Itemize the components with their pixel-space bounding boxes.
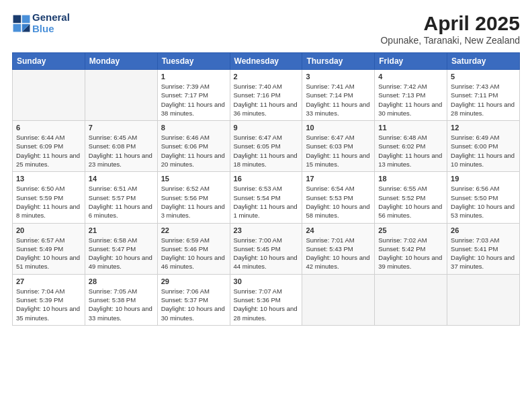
calendar-cell: 1Sunrise: 7:39 AM Sunset: 7:17 PM Daylig… xyxy=(157,70,230,121)
day-number: 19 xyxy=(451,175,516,183)
day-number: 21 xyxy=(89,226,154,234)
day-number: 5 xyxy=(451,73,516,81)
svg-rect-1 xyxy=(13,15,21,23)
calendar-cell: 18Sunrise: 6:55 AM Sunset: 5:52 PM Dayli… xyxy=(375,172,447,223)
calendar-cell: 15Sunrise: 6:52 AM Sunset: 5:56 PM Dayli… xyxy=(157,172,230,223)
day-number: 22 xyxy=(161,226,226,234)
day-info: Sunrise: 6:49 AM Sunset: 6:00 PM Dayligh… xyxy=(451,133,516,169)
weekday-header: Tuesday xyxy=(157,53,230,70)
calendar-cell: 25Sunrise: 7:02 AM Sunset: 5:42 PM Dayli… xyxy=(375,223,447,274)
weekday-header: Saturday xyxy=(447,53,520,70)
day-number: 3 xyxy=(306,73,371,81)
day-number: 29 xyxy=(161,277,226,285)
day-info: Sunrise: 6:46 AM Sunset: 6:06 PM Dayligh… xyxy=(161,133,226,169)
calendar-cell: 28Sunrise: 7:05 AM Sunset: 5:38 PM Dayli… xyxy=(85,274,157,325)
calendar-cell: 7Sunrise: 6:45 AM Sunset: 6:08 PM Daylig… xyxy=(85,121,157,172)
day-info: Sunrise: 6:53 AM Sunset: 5:54 PM Dayligh… xyxy=(234,184,299,220)
calendar-cell: 17Sunrise: 6:54 AM Sunset: 5:53 PM Dayli… xyxy=(302,172,375,223)
day-info: Sunrise: 7:41 AM Sunset: 7:14 PM Dayligh… xyxy=(306,82,371,118)
calendar-cell: 3Sunrise: 7:41 AM Sunset: 7:14 PM Daylig… xyxy=(302,70,375,121)
day-info: Sunrise: 7:06 AM Sunset: 5:37 PM Dayligh… xyxy=(161,287,226,322)
weekday-header: Thursday xyxy=(302,53,375,70)
day-info: Sunrise: 7:04 AM Sunset: 5:39 PM Dayligh… xyxy=(16,287,81,322)
day-number: 15 xyxy=(161,175,226,183)
day-info: Sunrise: 6:47 AM Sunset: 6:05 PM Dayligh… xyxy=(234,133,299,169)
calendar-cell: 4Sunrise: 7:42 AM Sunset: 7:13 PM Daylig… xyxy=(375,70,447,121)
calendar-title: April 2025 xyxy=(380,12,520,35)
calendar-cell xyxy=(302,274,375,325)
calendar-table: SundayMondayTuesdayWednesdayThursdayFrid… xyxy=(12,52,520,326)
day-number: 13 xyxy=(16,175,81,183)
calendar-cell: 22Sunrise: 6:59 AM Sunset: 5:46 PM Dayli… xyxy=(157,223,230,274)
day-number: 4 xyxy=(378,73,443,81)
day-number: 30 xyxy=(234,277,299,285)
logo: General Blue xyxy=(12,12,70,34)
day-number: 14 xyxy=(89,175,154,183)
calendar-cell xyxy=(375,274,447,325)
calendar-cell: 23Sunrise: 7:00 AM Sunset: 5:45 PM Dayli… xyxy=(230,223,302,274)
day-info: Sunrise: 6:54 AM Sunset: 5:53 PM Dayligh… xyxy=(306,184,371,220)
day-number: 17 xyxy=(306,175,371,183)
day-number: 7 xyxy=(89,124,154,132)
logo-icon xyxy=(12,14,31,33)
day-info: Sunrise: 6:59 AM Sunset: 5:46 PM Dayligh… xyxy=(161,236,226,271)
day-number: 18 xyxy=(378,175,443,183)
calendar-cell xyxy=(13,70,85,121)
calendar-cell: 30Sunrise: 7:07 AM Sunset: 5:36 PM Dayli… xyxy=(230,274,302,325)
day-number: 11 xyxy=(378,124,443,132)
day-info: Sunrise: 7:03 AM Sunset: 5:41 PM Dayligh… xyxy=(451,236,516,271)
day-number: 23 xyxy=(234,226,299,234)
calendar-cell: 12Sunrise: 6:49 AM Sunset: 6:00 PM Dayli… xyxy=(447,121,520,172)
day-number: 9 xyxy=(234,124,299,132)
day-number: 12 xyxy=(451,124,516,132)
day-info: Sunrise: 6:45 AM Sunset: 6:08 PM Dayligh… xyxy=(89,133,154,169)
day-info: Sunrise: 6:48 AM Sunset: 6:02 PM Dayligh… xyxy=(378,133,443,169)
calendar-cell xyxy=(447,274,520,325)
svg-rect-2 xyxy=(22,15,30,23)
day-info: Sunrise: 7:05 AM Sunset: 5:38 PM Dayligh… xyxy=(89,287,154,322)
calendar-cell: 8Sunrise: 6:46 AM Sunset: 6:06 PM Daylig… xyxy=(157,121,230,172)
day-number: 10 xyxy=(306,124,371,132)
day-number: 6 xyxy=(16,124,81,132)
calendar-cell: 10Sunrise: 6:47 AM Sunset: 6:03 PM Dayli… xyxy=(302,121,375,172)
day-info: Sunrise: 7:43 AM Sunset: 7:11 PM Dayligh… xyxy=(451,82,516,118)
calendar-cell: 2Sunrise: 7:40 AM Sunset: 7:16 PM Daylig… xyxy=(230,70,302,121)
day-info: Sunrise: 7:02 AM Sunset: 5:42 PM Dayligh… xyxy=(378,236,443,271)
calendar-cell: 6Sunrise: 6:44 AM Sunset: 6:09 PM Daylig… xyxy=(13,121,85,172)
day-info: Sunrise: 6:50 AM Sunset: 5:59 PM Dayligh… xyxy=(16,184,81,220)
day-info: Sunrise: 7:00 AM Sunset: 5:45 PM Dayligh… xyxy=(234,236,299,271)
day-number: 24 xyxy=(306,226,371,234)
day-info: Sunrise: 6:56 AM Sunset: 5:50 PM Dayligh… xyxy=(451,184,516,220)
day-info: Sunrise: 6:51 AM Sunset: 5:57 PM Dayligh… xyxy=(89,184,154,220)
calendar-cell: 13Sunrise: 6:50 AM Sunset: 5:59 PM Dayli… xyxy=(13,172,85,223)
day-info: Sunrise: 6:55 AM Sunset: 5:52 PM Dayligh… xyxy=(378,184,443,220)
day-number: 26 xyxy=(451,226,516,234)
weekday-header: Sunday xyxy=(13,53,85,70)
day-number: 2 xyxy=(234,73,299,81)
day-number: 8 xyxy=(161,124,226,132)
day-number: 28 xyxy=(89,277,154,285)
calendar-cell: 16Sunrise: 6:53 AM Sunset: 5:54 PM Dayli… xyxy=(230,172,302,223)
day-info: Sunrise: 6:52 AM Sunset: 5:56 PM Dayligh… xyxy=(161,184,226,220)
calendar-cell: 27Sunrise: 7:04 AM Sunset: 5:39 PM Dayli… xyxy=(13,274,85,325)
calendar-week-row: 1Sunrise: 7:39 AM Sunset: 7:17 PM Daylig… xyxy=(13,70,520,121)
calendar-week-row: 27Sunrise: 7:04 AM Sunset: 5:39 PM Dayli… xyxy=(13,274,520,325)
day-number: 16 xyxy=(234,175,299,183)
calendar-week-row: 13Sunrise: 6:50 AM Sunset: 5:59 PM Dayli… xyxy=(13,172,520,223)
calendar-cell: 14Sunrise: 6:51 AM Sunset: 5:57 PM Dayli… xyxy=(85,172,157,223)
calendar-week-row: 20Sunrise: 6:57 AM Sunset: 5:49 PM Dayli… xyxy=(13,223,520,274)
calendar-cell: 29Sunrise: 7:06 AM Sunset: 5:37 PM Dayli… xyxy=(157,274,230,325)
calendar-cell: 11Sunrise: 6:48 AM Sunset: 6:02 PM Dayli… xyxy=(375,121,447,172)
logo-text: General Blue xyxy=(32,12,70,34)
title-block: April 2025 Opunake, Taranaki, New Zealan… xyxy=(380,12,520,46)
day-info: Sunrise: 7:40 AM Sunset: 7:16 PM Dayligh… xyxy=(234,82,299,118)
weekday-header: Monday xyxy=(85,53,157,70)
day-info: Sunrise: 7:01 AM Sunset: 5:43 PM Dayligh… xyxy=(306,236,371,271)
calendar-header-row: SundayMondayTuesdayWednesdayThursdayFrid… xyxy=(13,53,520,70)
day-number: 25 xyxy=(378,226,443,234)
calendar-cell: 5Sunrise: 7:43 AM Sunset: 7:11 PM Daylig… xyxy=(447,70,520,121)
calendar-week-row: 6Sunrise: 6:44 AM Sunset: 6:09 PM Daylig… xyxy=(13,121,520,172)
calendar-cell: 19Sunrise: 6:56 AM Sunset: 5:50 PM Dayli… xyxy=(447,172,520,223)
weekday-header: Wednesday xyxy=(230,53,302,70)
day-info: Sunrise: 7:07 AM Sunset: 5:36 PM Dayligh… xyxy=(234,287,299,322)
